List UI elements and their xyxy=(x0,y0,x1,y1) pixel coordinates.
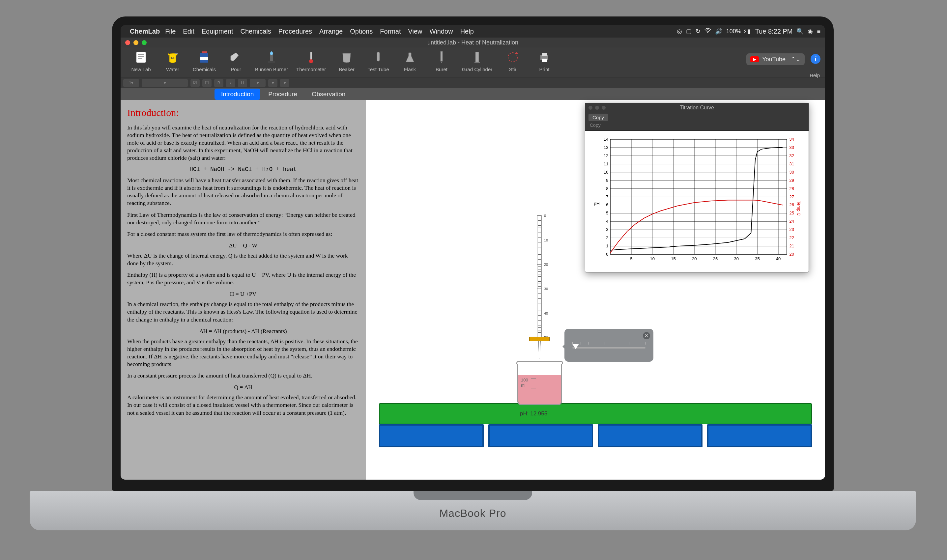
svg-rect-21 xyxy=(542,53,547,56)
tool-new-lab[interactable]: New Lab xyxy=(125,50,157,72)
format-bar: 1 ▾ ▾ ☑ ☐ B I U ▾ ▾ ▾ xyxy=(121,77,825,88)
window-minimize-button[interactable] xyxy=(134,40,139,45)
font-family-select[interactable]: ▾ xyxy=(142,79,188,87)
svg-text:14: 14 xyxy=(604,137,608,142)
curve-close-button[interactable] xyxy=(588,106,593,110)
menu-equipment[interactable]: Equipment xyxy=(202,28,233,35)
battery-status[interactable]: 100% ⚡︎▮ xyxy=(726,28,751,35)
font-size-select[interactable]: 1 ▾ xyxy=(123,79,139,87)
format-check-1[interactable]: ☑ xyxy=(191,79,200,87)
airplay-icon[interactable]: ▢ xyxy=(686,28,691,35)
bench-drawer xyxy=(598,424,702,447)
tool-test-tube[interactable]: Test Tube xyxy=(362,50,394,72)
format-check-2[interactable]: ☐ xyxy=(202,79,211,87)
window-close-button[interactable] xyxy=(125,40,130,45)
menu-edit[interactable]: Edit xyxy=(183,28,194,35)
lab-workspace[interactable]: 100 ml pH: 12.955 01020304050 xyxy=(366,100,825,480)
siri-icon[interactable]: ◉ xyxy=(808,28,813,35)
tab-introduction[interactable]: Introduction xyxy=(214,89,260,100)
tool-flask[interactable]: Flask xyxy=(394,50,426,72)
macos-menubar: ChemLab File Edit Equipment Chemicals Pr… xyxy=(121,25,825,38)
doc-equation: H = U +PV xyxy=(127,290,359,298)
slider-thumb[interactable] xyxy=(572,344,579,349)
timemachine-icon[interactable]: ↻ xyxy=(696,28,701,35)
tool-beaker[interactable]: Beaker xyxy=(331,50,362,72)
menu-file[interactable]: File xyxy=(165,28,176,35)
doc-equation: HCl + NaOH -> NaCl + H₂O + heat xyxy=(127,166,359,173)
menubar-app-name[interactable]: ChemLab xyxy=(130,28,160,35)
menubar-clock[interactable]: Tue 8:22 PM xyxy=(755,28,793,35)
svg-point-12 xyxy=(270,51,273,55)
buret-stopcock[interactable] xyxy=(529,337,550,341)
help-info-button[interactable]: i xyxy=(811,54,821,64)
menu-procedures[interactable]: Procedures xyxy=(279,28,312,35)
beaker-mark: 100 xyxy=(521,377,528,382)
titration-curve-window[interactable]: Titration Curve Copy Copy pH Temp C 0123… xyxy=(585,103,809,272)
bench-drawer xyxy=(488,424,593,447)
format-select-1[interactable]: ▾ xyxy=(250,79,266,87)
curve-zoom-button[interactable] xyxy=(602,106,606,110)
bench-top xyxy=(379,403,812,424)
beaker-mark: ml xyxy=(521,383,525,388)
bench-drawer xyxy=(707,424,812,447)
tool-water[interactable]: H₂OWater xyxy=(157,50,188,72)
doc-paragraph: Where ΔU is the change of internal energ… xyxy=(127,252,359,267)
svg-rect-9 xyxy=(202,51,207,53)
doc-heading: Introduction: xyxy=(127,106,359,119)
youtube-button[interactable]: ▶YouTube⌃⌄ xyxy=(746,53,805,65)
svg-text:11: 11 xyxy=(604,162,608,166)
window-zoom-button[interactable] xyxy=(142,40,146,45)
close-icon[interactable]: ✕ xyxy=(643,332,650,339)
slider-track[interactable] xyxy=(572,347,645,349)
tool-bunsen-burner[interactable]: Bunsen Burner xyxy=(252,50,291,72)
wifi-icon[interactable] xyxy=(704,28,711,35)
cc-icon[interactable]: ◎ xyxy=(677,28,682,35)
curve-minimize-button[interactable] xyxy=(595,106,599,110)
svg-rect-2 xyxy=(138,54,144,55)
menu-window[interactable]: Window xyxy=(430,28,453,35)
tab-observation[interactable]: Observation xyxy=(305,89,352,100)
menu-view[interactable]: View xyxy=(408,28,422,35)
format-select-3[interactable]: ▾ xyxy=(280,79,289,87)
tool-print[interactable]: Print xyxy=(528,50,560,72)
svg-text:24: 24 xyxy=(790,219,794,224)
doc-equation: Q = ΔH xyxy=(127,383,359,391)
copy-label: Copy xyxy=(588,123,805,128)
volume-icon[interactable]: 🔊 xyxy=(715,28,722,35)
svg-rect-22 xyxy=(542,58,547,62)
tool-thermometer[interactable]: Thermometer xyxy=(291,50,331,72)
curve-window-titlebar[interactable]: Titration Curve xyxy=(585,103,808,112)
svg-text:0: 0 xyxy=(606,252,608,257)
beaker-equipment[interactable]: 100 ml xyxy=(517,363,562,405)
menu-chemicals[interactable]: Chemicals xyxy=(240,28,271,35)
spotlight-icon[interactable]: 🔍 xyxy=(796,28,804,35)
svg-text:2: 2 xyxy=(606,235,608,240)
curve-toolbar: Copy Copy xyxy=(585,112,808,131)
tab-procedure[interactable]: Procedure xyxy=(262,89,304,100)
youtube-icon: ▶ xyxy=(750,56,759,62)
svg-point-14 xyxy=(309,59,313,63)
svg-text:7: 7 xyxy=(606,194,608,199)
svg-point-0 xyxy=(707,32,708,33)
document-panel[interactable]: Introduction: In this lab you will exami… xyxy=(121,100,366,480)
copy-button[interactable]: Copy xyxy=(588,114,608,121)
format-underline[interactable]: U xyxy=(238,79,247,87)
buret-equipment[interactable]: 01020304050 xyxy=(534,215,545,360)
menu-arrange[interactable]: Arrange xyxy=(319,28,343,35)
tab-bar: Introduction Procedure Observation xyxy=(121,88,825,100)
menu-format[interactable]: Format xyxy=(380,28,401,35)
format-italic[interactable]: I xyxy=(226,79,235,87)
tool-pour[interactable]: Pour xyxy=(220,50,252,72)
tool-grad-cylinder[interactable]: Grad Cylinder xyxy=(457,50,497,72)
tool-stir[interactable]: Stir xyxy=(497,50,528,72)
format-select-2[interactable]: ▾ xyxy=(268,79,277,87)
menu-options[interactable]: Options xyxy=(350,28,373,35)
format-bold[interactable]: B xyxy=(214,79,223,87)
tool-buret[interactable]: Buret xyxy=(426,50,457,72)
tool-chemicals[interactable]: Chemicals xyxy=(188,50,220,72)
menu-help[interactable]: Help xyxy=(460,28,474,35)
svg-rect-16 xyxy=(440,51,442,61)
notifications-icon[interactable]: ≡ xyxy=(817,28,821,35)
svg-text:34: 34 xyxy=(790,137,794,142)
help-label: Help xyxy=(810,72,820,78)
